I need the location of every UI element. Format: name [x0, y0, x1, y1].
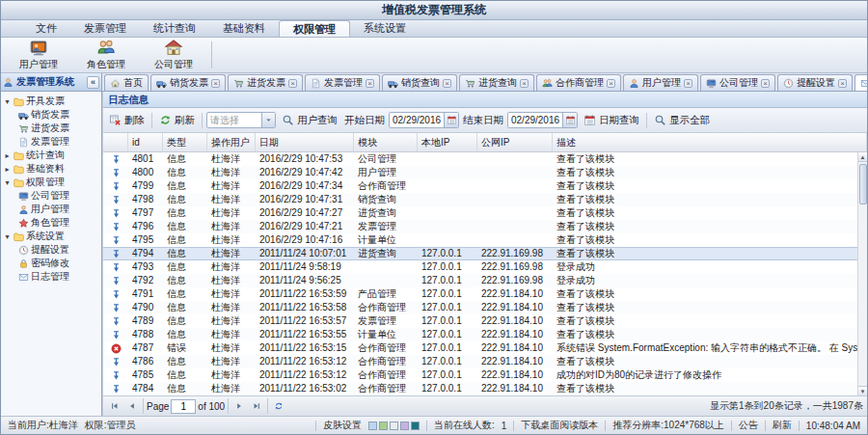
prev-page-button[interactable] — [124, 398, 140, 414]
table-row[interactable]: 4798信息杜海洋2016/2/29 10:47:31销货查询查看了该模块 — [103, 193, 867, 206]
tab-close-icon[interactable]: × — [288, 79, 297, 88]
calendar-icon[interactable] — [444, 113, 458, 127]
menu-item[interactable]: 文件 — [22, 20, 70, 37]
menu-item[interactable]: 系统设置 — [350, 20, 420, 37]
refresh-button[interactable]: 刷新 — [156, 112, 198, 129]
delete-button[interactable]: 删除 — [106, 112, 148, 129]
reload-page-button[interactable] — [271, 398, 286, 414]
tab-close-icon[interactable]: × — [366, 79, 374, 88]
tab-close-icon[interactable]: × — [607, 79, 615, 88]
table-row[interactable]: 4794信息杜海洋2011/11/24 10:07:01进货查询127.0.0.… — [103, 247, 867, 260]
tree-item[interactable]: 用户管理 — [3, 203, 101, 216]
tree-item[interactable]: 进货发票 — [3, 122, 101, 135]
vertical-scrollbar[interactable]: ▲ ▼ — [857, 152, 867, 395]
user-query-button[interactable]: 用户查询 — [279, 112, 340, 129]
column-header[interactable]: 描述 — [553, 133, 867, 151]
column-header[interactable]: 公网IP — [477, 133, 553, 151]
tree-item[interactable]: 提醒设置 — [3, 243, 101, 257]
tab[interactable]: 销货查询× — [382, 74, 457, 91]
table-row[interactable]: 4797信息杜海洋2016/2/29 10:47:27进货查询查看了该模块 — [103, 206, 867, 220]
column-header[interactable]: 日期 — [256, 133, 354, 151]
tree-folder[interactable]: ▾系统设置 — [3, 230, 101, 243]
skin-swatch[interactable] — [390, 421, 398, 430]
scroll-down-icon[interactable]: ▼ — [858, 386, 868, 395]
tab[interactable]: 销货发票× — [150, 74, 226, 91]
calendar-icon[interactable] — [562, 113, 577, 127]
download-link[interactable]: 下载桌面阅读版本 — [521, 419, 598, 432]
table-row[interactable]: 4790信息杜海洋2011/11/22 16:53:58合作商管理127.0.0… — [103, 301, 867, 314]
tab[interactable]: 首页 — [104, 74, 149, 91]
table-row[interactable]: 4789信息杜海洋2011/11/22 16:53:57发票管理127.0.0.… — [103, 314, 867, 328]
show-all-button[interactable]: 显示全部 — [651, 112, 713, 129]
tree-item[interactable]: 密码修改 — [3, 257, 101, 270]
table-row[interactable]: 4793信息杜海洋2011/11/24 9:58:19127.0.0.1222.… — [103, 260, 867, 274]
tab[interactable]: 日志管理× — [854, 74, 867, 91]
tab-close-icon[interactable]: × — [443, 79, 451, 88]
app-toolbar-button[interactable]: 用户管理 — [5, 39, 72, 71]
tab[interactable]: 合作商管理× — [536, 74, 621, 91]
table-row[interactable]: 4788信息杜海洋2011/11/22 16:53:55计量单位127.0.0.… — [103, 328, 867, 341]
skin-swatch[interactable] — [379, 421, 388, 430]
menu-item[interactable]: 权限管理 — [279, 20, 350, 37]
tree-toggle-icon[interactable]: ▸ — [3, 151, 12, 160]
log-type-select[interactable]: 请选择 — [206, 112, 276, 128]
tree-item[interactable]: 公司管理 — [3, 189, 101, 203]
skin-swatch[interactable] — [411, 421, 420, 430]
date-query-button[interactable]: 日期查询 — [581, 112, 642, 129]
column-header[interactable]: 操作用户 — [207, 133, 256, 151]
table-row[interactable]: 4784信息杜海洋2011/11/22 16:53:02合作商管理127.0.0… — [103, 382, 867, 395]
table-row[interactable]: 4800信息杜海洋2016/2/29 10:47:42用户管理查看了该模块 — [103, 166, 867, 179]
table-row[interactable]: 4799信息杜海洋2016/2/29 10:47:34合作商管理查看了该模块 — [103, 179, 867, 193]
scrollbar-thumb[interactable] — [859, 164, 867, 204]
column-header[interactable]: 类型 — [163, 133, 207, 151]
tree-toggle-icon[interactable]: ▾ — [3, 178, 12, 187]
tree-folder[interactable]: ▸统计查询 — [3, 149, 101, 162]
table-row[interactable]: 4795信息杜海洋2016/2/29 10:47:16计量单位查看了该模块 — [103, 233, 867, 247]
tab[interactable]: 发票管理× — [305, 74, 380, 91]
column-header[interactable]: id — [128, 133, 163, 151]
tab-close-icon[interactable]: × — [684, 79, 692, 88]
column-header[interactable]: 模块 — [354, 133, 418, 151]
start-date-input[interactable] — [390, 113, 444, 127]
tree-item[interactable]: 日志管理 — [3, 270, 101, 284]
skin-swatch[interactable] — [400, 421, 409, 430]
table-row[interactable]: 4785信息杜海洋2011/11/22 16:53:12合作商管理127.0.0… — [103, 368, 867, 382]
tab[interactable]: 公司管理× — [700, 74, 775, 91]
column-header[interactable] — [103, 133, 128, 151]
tab-close-icon[interactable]: × — [520, 79, 529, 88]
app-toolbar-button[interactable]: 公司管理 — [140, 39, 207, 71]
menu-item[interactable]: 统计查询 — [140, 20, 209, 37]
first-page-button[interactable] — [107, 398, 122, 414]
skin-swatch[interactable] — [368, 421, 377, 430]
tree-item[interactable]: 销货发票 — [3, 108, 101, 122]
column-header[interactable]: 本地IP — [418, 133, 477, 151]
tab[interactable]: 进货查询× — [459, 74, 534, 91]
app-toolbar-button[interactable]: 角色管理 — [72, 39, 140, 71]
tab[interactable]: 提醒设置× — [777, 74, 853, 91]
next-page-button[interactable] — [231, 398, 247, 414]
tree-toggle-icon[interactable]: ▾ — [3, 232, 12, 241]
menu-item[interactable]: 发票管理 — [70, 20, 140, 37]
tree-folder[interactable]: ▸基础资料 — [3, 162, 101, 176]
status-refresh-link[interactable]: 刷新 — [773, 419, 792, 432]
table-row[interactable]: 4796信息杜海洋2016/2/29 10:47:21发票管理查看了该模块 — [103, 220, 867, 233]
table-row[interactable]: 4792信息杜海洋2011/11/24 9:56:25127.0.0.1222.… — [103, 274, 867, 287]
end-date-input[interactable] — [508, 113, 562, 127]
tab-close-icon[interactable]: × — [761, 79, 770, 88]
tab-close-icon[interactable]: × — [838, 79, 847, 88]
tree-toggle-icon[interactable]: ▸ — [3, 165, 12, 174]
tree-item[interactable]: 角色管理 — [3, 216, 101, 230]
tree-toggle-icon[interactable]: ▾ — [3, 97, 12, 106]
tree-folder[interactable]: ▾权限管理 — [3, 176, 101, 189]
chevron-down-icon[interactable] — [261, 113, 275, 127]
scroll-up-icon[interactable]: ▲ — [858, 152, 868, 162]
tab[interactable]: 进货发票× — [228, 74, 303, 91]
table-row[interactable]: 4786信息杜海洋2011/11/22 16:53:12合作商管理127.0.0… — [103, 355, 867, 368]
tree-folder[interactable]: ▾开具发票 — [3, 95, 101, 108]
sidebar-collapse-button[interactable]: « — [87, 76, 99, 89]
table-row[interactable]: 4791信息杜海洋2011/11/22 16:53:59产品管理127.0.0.… — [103, 287, 867, 301]
notice-link[interactable]: 公告 — [739, 419, 758, 432]
table-row[interactable]: 4787错误杜海洋2011/11/22 16:53:15合作商管理127.0.0… — [103, 341, 867, 355]
table-row[interactable]: 4801信息杜海洋2016/2/29 10:47:53公司管理查看了该模块 — [103, 152, 867, 166]
tab-close-icon[interactable]: × — [211, 79, 220, 88]
